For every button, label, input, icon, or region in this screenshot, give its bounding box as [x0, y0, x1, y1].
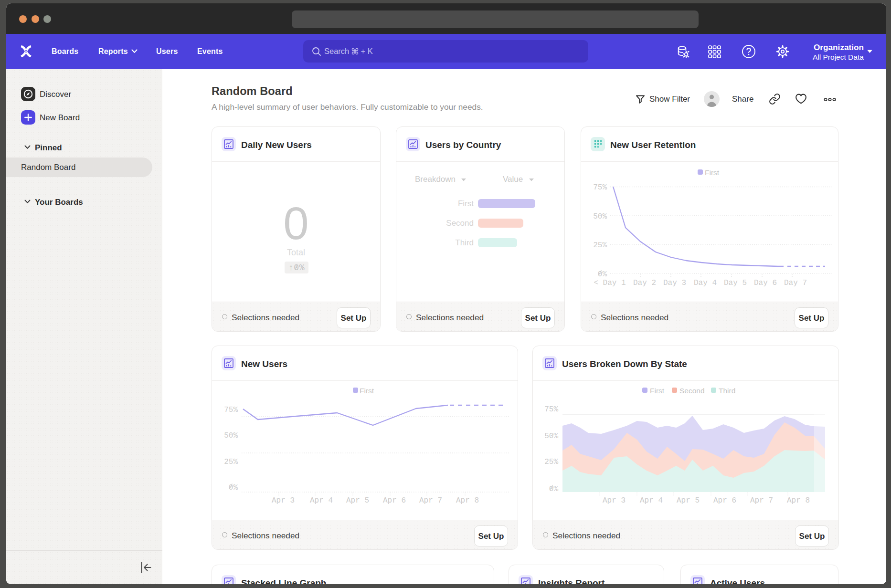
svg-text:50%: 50%	[593, 212, 607, 221]
svg-text:25%: 25%	[593, 241, 607, 250]
svg-text:75%: 75%	[593, 183, 607, 192]
svg-text:Apr 6: Apr 6	[713, 496, 736, 505]
svg-text:Apr 3: Apr 3	[272, 496, 295, 505]
svg-text:Apr 5: Apr 5	[346, 496, 369, 505]
svg-text:Apr 4: Apr 4	[640, 496, 663, 505]
svg-text:Apr 4: Apr 4	[310, 496, 333, 505]
svg-text:Apr 6: Apr 6	[383, 496, 406, 505]
svg-text:25%: 25%	[224, 458, 238, 466]
svg-text:Apr 5: Apr 5	[677, 496, 700, 505]
svg-text:Apr 7: Apr 7	[750, 496, 773, 505]
svg-text:Apr 8: Apr 8	[456, 496, 479, 505]
svg-text:Apr 8: Apr 8	[787, 496, 810, 505]
svg-text:Day 2: Day 2	[633, 279, 656, 287]
svg-text:Day 4: Day 4	[694, 279, 717, 287]
svg-text:Day 6: Day 6	[754, 279, 777, 287]
svg-text:75%: 75%	[224, 406, 238, 414]
svg-text:Day 5: Day 5	[724, 279, 747, 287]
svg-text:Day 7: Day 7	[784, 279, 807, 287]
svg-text:Apr 7: Apr 7	[419, 496, 442, 505]
svg-text:25%: 25%	[544, 458, 558, 466]
svg-text:50%: 50%	[544, 432, 558, 441]
svg-text:Apr 3: Apr 3	[603, 496, 626, 505]
svg-text:75%: 75%	[544, 405, 558, 414]
svg-text:< Day 1: < Day 1	[594, 279, 626, 287]
svg-text:Day 3: Day 3	[663, 279, 686, 287]
svg-text:50%: 50%	[224, 431, 238, 440]
